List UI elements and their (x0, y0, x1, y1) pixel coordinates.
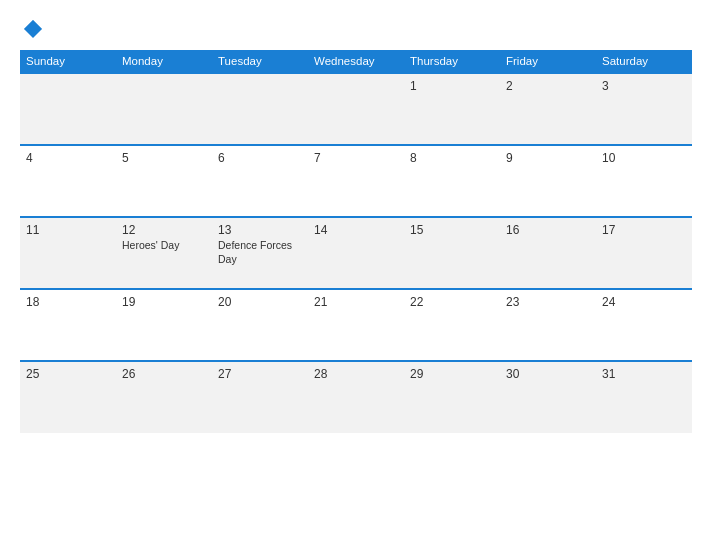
day-number: 2 (506, 79, 590, 93)
calendar-cell: 22 (404, 289, 500, 361)
week-row-4: 18192021222324 (20, 289, 692, 361)
day-number: 13 (218, 223, 302, 237)
calendar-cell: 17 (596, 217, 692, 289)
day-number: 26 (122, 367, 206, 381)
day-number: 14 (314, 223, 398, 237)
calendar-cell: 4 (20, 145, 116, 217)
calendar-cell (212, 73, 308, 145)
calendar-table: SundayMondayTuesdayWednesdayThursdayFrid… (20, 50, 692, 433)
weekday-header-row: SundayMondayTuesdayWednesdayThursdayFrid… (20, 50, 692, 73)
calendar-cell: 13Defence Forces Day (212, 217, 308, 289)
day-number: 22 (410, 295, 494, 309)
calendar-cell: 11 (20, 217, 116, 289)
calendar-cell: 24 (596, 289, 692, 361)
calendar-cell: 21 (308, 289, 404, 361)
day-number: 10 (602, 151, 686, 165)
calendar-cell: 3 (596, 73, 692, 145)
calendar-cell: 12Heroes' Day (116, 217, 212, 289)
calendar-cell: 18 (20, 289, 116, 361)
calendar-cell: 19 (116, 289, 212, 361)
weekday-header-monday: Monday (116, 50, 212, 73)
day-number: 19 (122, 295, 206, 309)
day-number: 9 (506, 151, 590, 165)
calendar-cell (308, 73, 404, 145)
calendar-cell: 10 (596, 145, 692, 217)
calendar-cell: 7 (308, 145, 404, 217)
calendar-cell: 5 (116, 145, 212, 217)
day-number: 29 (410, 367, 494, 381)
svg-marker-1 (24, 20, 42, 31)
week-row-5: 25262728293031 (20, 361, 692, 433)
weekday-header-tuesday: Tuesday (212, 50, 308, 73)
day-number: 3 (602, 79, 686, 93)
header (20, 18, 692, 40)
day-number: 18 (26, 295, 110, 309)
calendar-cell: 6 (212, 145, 308, 217)
calendar-cell: 29 (404, 361, 500, 433)
week-row-3: 1112Heroes' Day13Defence Forces Day14151… (20, 217, 692, 289)
calendar-cell: 23 (500, 289, 596, 361)
logo-flag-icon (22, 18, 44, 40)
day-number: 8 (410, 151, 494, 165)
day-number: 5 (122, 151, 206, 165)
calendar-cell: 25 (20, 361, 116, 433)
calendar-cell: 30 (500, 361, 596, 433)
day-number: 20 (218, 295, 302, 309)
weekday-header-saturday: Saturday (596, 50, 692, 73)
day-number: 16 (506, 223, 590, 237)
calendar-cell: 28 (308, 361, 404, 433)
day-number: 12 (122, 223, 206, 237)
calendar-cell: 16 (500, 217, 596, 289)
week-row-2: 45678910 (20, 145, 692, 217)
day-number: 24 (602, 295, 686, 309)
calendar-cell: 27 (212, 361, 308, 433)
calendar-cell (20, 73, 116, 145)
week-row-1: 123 (20, 73, 692, 145)
day-number: 23 (506, 295, 590, 309)
calendar-page: SundayMondayTuesdayWednesdayThursdayFrid… (0, 0, 712, 550)
calendar-cell: 14 (308, 217, 404, 289)
calendar-cell: 1 (404, 73, 500, 145)
day-number: 21 (314, 295, 398, 309)
day-number: 17 (602, 223, 686, 237)
day-number: 11 (26, 223, 110, 237)
calendar-cell: 9 (500, 145, 596, 217)
calendar-cell: 26 (116, 361, 212, 433)
day-number: 6 (218, 151, 302, 165)
calendar-cell (116, 73, 212, 145)
calendar-cell: 20 (212, 289, 308, 361)
weekday-header-thursday: Thursday (404, 50, 500, 73)
day-number: 4 (26, 151, 110, 165)
day-number: 7 (314, 151, 398, 165)
weekday-header-wednesday: Wednesday (308, 50, 404, 73)
calendar-cell: 2 (500, 73, 596, 145)
day-number: 28 (314, 367, 398, 381)
logo (20, 18, 44, 40)
calendar-cell: 31 (596, 361, 692, 433)
day-number: 30 (506, 367, 590, 381)
day-number: 27 (218, 367, 302, 381)
day-number: 15 (410, 223, 494, 237)
day-number: 25 (26, 367, 110, 381)
weekday-header-friday: Friday (500, 50, 596, 73)
calendar-cell: 8 (404, 145, 500, 217)
weekday-header-sunday: Sunday (20, 50, 116, 73)
event-label: Defence Forces Day (218, 239, 302, 266)
event-label: Heroes' Day (122, 239, 206, 253)
day-number: 1 (410, 79, 494, 93)
day-number: 31 (602, 367, 686, 381)
calendar-cell: 15 (404, 217, 500, 289)
